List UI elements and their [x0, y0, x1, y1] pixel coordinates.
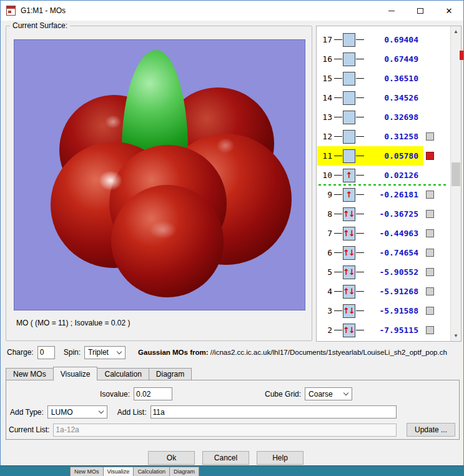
mo-number: 15	[317, 74, 333, 83]
mo-row[interactable]: 8↑↓-0.36725	[317, 204, 450, 224]
orbital-box[interactable]: ↑↓	[343, 304, 355, 318]
orbital-box[interactable]	[343, 72, 355, 86]
orbital-box[interactable]	[343, 52, 355, 66]
orbital-line-right	[356, 214, 364, 214]
orbital-box[interactable]	[343, 91, 355, 105]
mo-row[interactable]: 9↑-0.26181	[317, 185, 450, 204]
mo-row-main: 130.32698	[317, 107, 423, 127]
orbital-box[interactable]	[343, 149, 355, 163]
mo-row[interactable]: 6↑↓-0.74654	[317, 243, 450, 262]
mo-row[interactable]: 10↑0.02126	[317, 166, 450, 185]
specular-highlight	[102, 112, 124, 131]
cube-grid-dropdown[interactable]: Coarse	[305, 387, 352, 400]
help-button[interactable]: Help	[257, 451, 304, 465]
mo-3d-viewport[interactable]	[14, 39, 305, 310]
background-tab-diagram[interactable]: Diagram	[169, 467, 199, 476]
specular-highlight	[213, 135, 238, 156]
mo-select-checkbox[interactable]	[426, 287, 434, 295]
scrollbar-thumb[interactable]	[452, 162, 460, 186]
mo-select-checkbox[interactable]	[426, 191, 434, 199]
mo-select-checkbox[interactable]	[426, 326, 434, 334]
scroll-up-icon[interactable]: ▲	[451, 26, 461, 37]
background-tab-calculation[interactable]: Calculation	[133, 467, 170, 476]
update-button[interactable]: Update ...	[407, 423, 455, 437]
mo-row[interactable]: 170.69404	[317, 30, 450, 49]
mo-energy: 0.69404	[365, 35, 418, 44]
mo-rows: 170.69404160.67449150.36510140.34526130.…	[317, 26, 450, 341]
mo-row[interactable]: 110.05780	[317, 146, 450, 166]
electron-arrows-icon: ↑↓	[343, 249, 354, 257]
mo-select-checkbox[interactable]	[426, 152, 434, 160]
spin-dropdown[interactable]: Triplet	[84, 346, 126, 359]
mo-select-checkbox[interactable]	[426, 229, 434, 237]
titlebar[interactable]: G1:M1 - MOs ✕	[1, 1, 463, 21]
tab-calculation[interactable]: Calculation	[97, 368, 149, 380]
mo-row[interactable]: 150.36510	[317, 69, 450, 88]
cancel-button[interactable]: Cancel	[202, 451, 249, 465]
mo-number: 8	[317, 209, 333, 219]
orbital-line-left	[334, 156, 342, 156]
mo-select-checkbox[interactable]	[426, 268, 434, 276]
orbital-box[interactable]: ↑↓	[343, 207, 355, 221]
ok-button[interactable]: Ok	[148, 451, 195, 465]
orbital-line-left	[334, 194, 342, 195]
charge-input[interactable]	[37, 346, 55, 359]
mo-energy: -0.26181	[365, 190, 418, 199]
mo-number: 4	[317, 287, 333, 296]
mo-energy: -5.91268	[365, 287, 418, 296]
add-type-dropdown[interactable]: LUMO	[47, 405, 107, 419]
orbital-line-right	[356, 272, 364, 272]
mo-select-checkbox[interactable]	[426, 307, 434, 315]
mo-energy: -0.74654	[365, 248, 418, 257]
mo-row[interactable]: 140.34526	[317, 88, 450, 107]
mo-number: 13	[317, 112, 333, 122]
add-list-input[interactable]	[151, 405, 397, 419]
mo-energy: 0.67449	[365, 54, 418, 64]
minimize-button[interactable]	[377, 1, 406, 21]
mo-number: 7	[317, 229, 333, 238]
orbital-box[interactable]: ↑	[343, 169, 355, 182]
mo-row-main: 140.34526	[317, 88, 423, 107]
mo-row-main: 10↑0.02126	[317, 166, 423, 185]
maximize-button[interactable]	[406, 1, 435, 21]
mo-row[interactable]: 7↑↓-0.44963	[317, 224, 450, 243]
orbital-line-right	[356, 156, 364, 156]
mo-row[interactable]: 5↑↓-5.90552	[317, 262, 450, 282]
background-tab-new-mos[interactable]: New MOs	[70, 467, 104, 476]
tab-diagram[interactable]: Diagram	[149, 368, 192, 380]
mo-select-checkbox[interactable]	[426, 249, 434, 257]
tab-new-mos[interactable]: New MOs	[6, 368, 54, 380]
specular-highlight	[94, 167, 127, 194]
mo-row[interactable]: 160.67449	[317, 49, 450, 69]
orbital-line-left	[334, 175, 342, 176]
orbital-box[interactable]	[343, 130, 355, 144]
mo-row[interactable]: 120.31258	[317, 127, 450, 146]
orbital-box[interactable]: ↑↓	[343, 246, 355, 260]
orbital-box[interactable]	[343, 111, 355, 124]
mo-row[interactable]: 2↑↓-7.95115	[317, 320, 450, 340]
mo-row[interactable]: 3↑↓-5.91588	[317, 301, 450, 320]
orbital-box[interactable]: ↑↓	[343, 265, 355, 279]
orbital-box[interactable]: ↑↓	[343, 227, 355, 240]
tab-visualize[interactable]: Visualize	[53, 367, 98, 380]
mo-energy: 0.36510	[365, 74, 418, 83]
source-info: Gaussian MOs from: //icnas2.cc.ic.ac.uk/…	[138, 349, 447, 356]
mo-row[interactable]: 4↑↓-5.91268	[317, 282, 450, 301]
mo-row-highlighted: 110.05780	[317, 146, 423, 166]
scrollbar[interactable]: ▲ ▼	[450, 26, 461, 341]
orbital-box[interactable]	[343, 33, 355, 47]
mo-select-checkbox[interactable]	[426, 210, 434, 218]
orbital-box[interactable]: ↑	[343, 188, 355, 202]
isovalue-input[interactable]	[134, 387, 172, 400]
visualize-panel: Isovalue: Cube Grid: Coarse Add Type: LU…	[6, 380, 460, 440]
orbital-line-left	[334, 310, 342, 311]
orbital-box[interactable]: ↑↓	[343, 324, 355, 337]
mo-select-checkbox[interactable]	[426, 132, 434, 141]
mo-row[interactable]: 130.32698	[317, 107, 450, 127]
background-tab-visualize[interactable]: Visualize	[103, 467, 134, 476]
close-button[interactable]: ✕	[435, 1, 463, 21]
orbital-box[interactable]: ↑↓	[343, 285, 355, 299]
orbital-line-left	[334, 59, 342, 59]
surface-caption: MO ( (MO = 11) ; Isovalue = 0.02 )	[16, 319, 131, 327]
scroll-down-icon[interactable]: ▼	[451, 330, 461, 341]
